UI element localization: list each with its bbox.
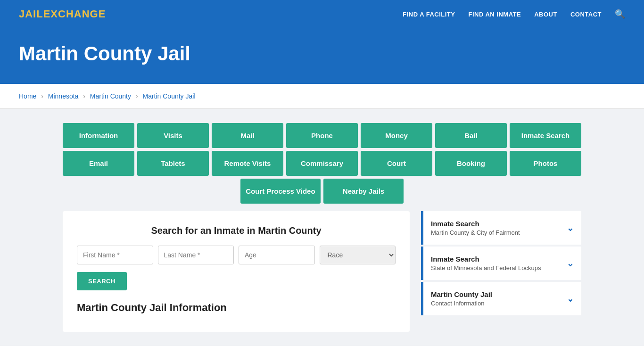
main-nav: FIND A FACILITY FIND AN INMATE ABOUT CON… — [403, 9, 625, 19]
sidebar-item-title-0: Inmate Search — [431, 220, 520, 228]
chevron-down-icon-1: ⌄ — [567, 258, 574, 269]
grid-row-2: Email Tablets Remote Visits Commissary C… — [63, 151, 581, 176]
sidebar-item-2[interactable]: Martin County Jail Contact Information ⌄ — [421, 282, 581, 315]
logo-exchange: EXCHANGE — [43, 8, 106, 20]
sidebar-item-title-2: Martin County Jail — [431, 290, 492, 298]
chevron-down-icon-0: ⌄ — [567, 223, 574, 233]
btn-remote-visits[interactable]: Remote Visits — [212, 151, 283, 176]
sidebar-item-text-1: Inmate Search State of Minnesota and Fed… — [431, 255, 541, 272]
nav-find-inmate[interactable]: FIND AN INMATE — [468, 11, 521, 18]
age-input[interactable] — [239, 246, 315, 264]
btn-mail[interactable]: Mail — [212, 123, 283, 148]
btn-email[interactable]: Email — [63, 151, 134, 176]
logo-jail: JAIL — [19, 8, 43, 20]
search-icon[interactable]: 🔍 — [615, 9, 625, 19]
btn-tablets[interactable]: Tablets — [137, 151, 209, 176]
btn-bail[interactable]: Bail — [435, 123, 507, 148]
breadcrumb-sep-1: › — [41, 92, 43, 100]
breadcrumb: Home › Minnesota › Martin County › Marti… — [0, 84, 644, 109]
main-section: Search for an Inmate in Martin County Ra… — [63, 211, 581, 332]
sidebar-item-subtitle-0: Martin County & City of Fairmont — [431, 229, 520, 236]
btn-nearby-jails[interactable]: Nearby Jails — [323, 179, 404, 204]
btn-phone[interactable]: Phone — [286, 123, 358, 148]
breadcrumb-sep-2: › — [83, 92, 85, 100]
btn-photos[interactable]: Photos — [510, 151, 581, 176]
sidebar-item-1[interactable]: Inmate Search State of Minnesota and Fed… — [421, 247, 581, 280]
breadcrumb-sep-3: › — [136, 92, 138, 100]
chevron-down-icon-2: ⌄ — [567, 294, 574, 304]
btn-court[interactable]: Court — [361, 151, 432, 176]
nav-find-facility[interactable]: FIND A FACILITY — [403, 11, 455, 18]
search-fields: Race — [77, 246, 396, 264]
hero-section: Martin County Jail — [0, 28, 644, 84]
breadcrumb-martin-county-jail[interactable]: Martin County Jail — [142, 92, 195, 100]
last-name-input[interactable] — [158, 246, 234, 264]
race-select[interactable]: Race — [320, 246, 396, 264]
search-button[interactable]: SEARCH — [77, 272, 127, 290]
sidebar: Inmate Search Martin County & City of Fa… — [421, 211, 581, 332]
btn-information[interactable]: Information — [63, 123, 134, 148]
sidebar-item-title-1: Inmate Search — [431, 255, 541, 263]
search-title: Search for an Inmate in Martin County — [77, 225, 396, 236]
breadcrumb-martin-county[interactable]: Martin County — [90, 92, 131, 100]
breadcrumb-minnesota[interactable]: Minnesota — [48, 92, 79, 100]
btn-inmate-search[interactable]: Inmate Search — [510, 123, 581, 148]
btn-court-process-video[interactable]: Court Process Video — [240, 179, 321, 204]
nav-contact[interactable]: CONTACT — [570, 11, 602, 18]
page-title: Martin County Jail — [19, 42, 625, 65]
nav-button-grid: Information Visits Mail Phone Money Bail… — [63, 123, 581, 204]
sidebar-item-subtitle-2: Contact Information — [431, 300, 492, 307]
sidebar-item-0[interactable]: Inmate Search Martin County & City of Fa… — [421, 211, 581, 245]
sidebar-item-subtitle-1: State of Minnesota and Federal Lockups — [431, 264, 541, 272]
header: JAILEXCHANGE FIND A FACILITY FIND AN INM… — [0, 0, 644, 28]
first-name-input[interactable] — [77, 246, 153, 264]
grid-row-1: Information Visits Mail Phone Money Bail… — [63, 123, 581, 148]
sidebar-item-text-0: Inmate Search Martin County & City of Fa… — [431, 220, 520, 236]
grid-row-3: Court Process Video Nearby Jails — [240, 179, 404, 204]
sidebar-item-text-2: Martin County Jail Contact Information — [431, 290, 492, 307]
inmate-search-box: Search for an Inmate in Martin County Ra… — [63, 211, 410, 332]
logo: JAILEXCHANGE — [19, 8, 106, 20]
nav-about[interactable]: ABOUT — [534, 11, 557, 18]
btn-visits[interactable]: Visits — [137, 123, 209, 148]
info-section: Martin County Jail Information — [77, 302, 396, 318]
content-area: Information Visits Mail Phone Money Bail… — [0, 109, 644, 346]
info-heading: Martin County Jail Information — [77, 302, 396, 318]
breadcrumb-home[interactable]: Home — [19, 92, 36, 100]
btn-booking[interactable]: Booking — [435, 151, 507, 176]
btn-commissary[interactable]: Commissary — [286, 151, 358, 176]
btn-money[interactable]: Money — [361, 123, 432, 148]
